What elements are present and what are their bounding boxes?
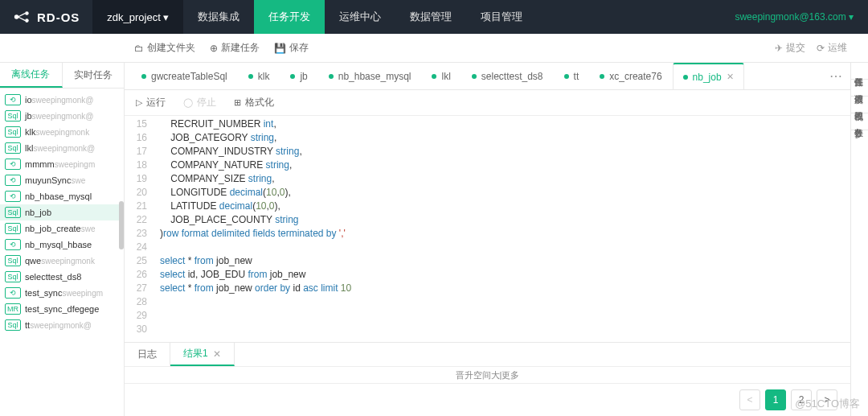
file-tab-label: tt bbox=[574, 71, 579, 82]
tree-item-label: test_sync_dfegege bbox=[25, 304, 99, 314]
page-prev[interactable]: < bbox=[739, 389, 760, 410]
code-editor[interactable]: 15161718192021222324252627282930 RECRUIT… bbox=[125, 116, 850, 342]
file-tab-label: klk bbox=[258, 71, 270, 82]
tree-item[interactable]: Sqlnb_job_createswe bbox=[0, 220, 124, 237]
dirty-dot-icon bbox=[683, 75, 688, 80]
format-button[interactable]: ⊞格式化 bbox=[234, 96, 274, 109]
refresh-icon: ⟳ bbox=[817, 43, 825, 54]
right-panel-tab[interactable]: 调度依赖 bbox=[851, 80, 868, 97]
file-tab[interactable]: selecttest_ds8 bbox=[461, 63, 554, 89]
new-folder-button[interactable]: 🗀创建文件夹 bbox=[134, 41, 195, 55]
tree-item[interactable]: Sqljbsweepingmonk@ bbox=[0, 108, 124, 124]
tree-item[interactable]: Sqlttsweepingmonk@ bbox=[0, 317, 124, 333]
tree-item-owner: sweepingm bbox=[55, 160, 96, 169]
file-tab-label: gwcreateTableSql bbox=[151, 71, 227, 82]
right-panel-tab[interactable]: 任务属性 bbox=[851, 63, 868, 80]
sidebar: 离线任务 实时任务 ⟲iosweepingmonk@Sqljbsweepingm… bbox=[0, 63, 125, 416]
ops-button[interactable]: ⟳运维 bbox=[817, 41, 847, 55]
right-panel-tab[interactable]: 依赖视图 bbox=[851, 97, 868, 113]
tree-item[interactable]: MRtest_sync_dfegege bbox=[0, 301, 124, 317]
tree-item-label: nb_mysql_hbase bbox=[25, 240, 92, 249]
nav-project-mgmt[interactable]: 项目管理 bbox=[466, 0, 537, 34]
tree-item[interactable]: ⟲iosweepingmonk@ bbox=[0, 92, 124, 108]
log-tab[interactable]: 日志 bbox=[125, 343, 170, 366]
tree-item[interactable]: ⟲muyunSyncswe bbox=[0, 172, 124, 188]
submit-button[interactable]: ✈提交 bbox=[775, 41, 805, 55]
tree-item-owner: sweepingmonk@ bbox=[33, 144, 95, 153]
file-tab[interactable]: klk bbox=[238, 63, 280, 89]
type-badge: ⟲ bbox=[5, 239, 21, 250]
sidebar-tab-realtime[interactable]: 实时任务 bbox=[63, 63, 125, 88]
top-bar: RD-OS zdk_project ▾ 数据集成 任务开发 运维中心 数据管理 … bbox=[0, 0, 868, 34]
type-badge: Sql bbox=[5, 319, 21, 331]
tree-item-owner: sweepingmonk@ bbox=[30, 321, 92, 330]
nav-data-integration[interactable]: 数据集成 bbox=[183, 0, 254, 34]
tree-item-owner: sweepingm bbox=[62, 289, 103, 298]
svg-point-1 bbox=[25, 11, 29, 15]
file-tab[interactable]: lkl bbox=[421, 63, 461, 89]
type-badge: Sql bbox=[5, 110, 21, 122]
type-badge: Sql bbox=[5, 223, 21, 234]
tree-item[interactable]: Sqlselecttest_ds8 bbox=[0, 269, 124, 285]
type-badge: ⟲ bbox=[5, 191, 21, 202]
task-tree[interactable]: ⟲iosweepingmonk@Sqljbsweepingmonk@Sqlklk… bbox=[0, 89, 124, 416]
dirty-dot-icon bbox=[600, 74, 604, 79]
file-tab-label: jb bbox=[300, 71, 307, 82]
tree-item[interactable]: ⟲test_syncsweepingm bbox=[0, 285, 124, 301]
new-task-button[interactable]: ⊕新建任务 bbox=[210, 41, 260, 55]
watermark: @51CTO博客 bbox=[795, 397, 860, 411]
tabs-overflow[interactable]: ⋯ bbox=[821, 63, 850, 89]
tree-item[interactable]: ⟲nb_mysql_hbase bbox=[0, 237, 124, 253]
close-icon[interactable]: ✕ bbox=[213, 348, 221, 360]
right-panel-tab[interactable]: 任务参数 bbox=[851, 113, 868, 130]
line-gutter: 15161718192021222324252627282930 bbox=[125, 116, 154, 342]
tree-item[interactable]: Sqlklksweepingmonk bbox=[0, 124, 124, 140]
result-tab[interactable]: 结果1✕ bbox=[170, 343, 235, 366]
tree-item[interactable]: Sqlnb_job bbox=[0, 204, 124, 220]
sidebar-tabs: 离线任务 实时任务 bbox=[0, 63, 124, 89]
nav-data-mgmt[interactable]: 数据管理 bbox=[395, 0, 466, 34]
folder-icon: 🗀 bbox=[134, 43, 144, 54]
run-button[interactable]: ▷运行 bbox=[136, 96, 166, 109]
type-badge: Sql bbox=[5, 207, 21, 218]
file-tab[interactable]: jb bbox=[280, 63, 317, 89]
close-icon[interactable]: ✕ bbox=[727, 72, 734, 82]
editor-toolbar: ▷运行 ◯停止 ⊞格式化 bbox=[125, 90, 850, 116]
nav-task-dev[interactable]: 任务开发 bbox=[254, 0, 325, 34]
tree-item[interactable]: Sqllklsweepingmonk@ bbox=[0, 140, 124, 156]
plus-target-icon: ⊕ bbox=[210, 43, 218, 54]
tree-item-owner: sweepingmonk bbox=[41, 257, 95, 266]
tree-item-label: klk bbox=[25, 127, 35, 137]
code-content[interactable]: RECRUIT_NUMBER int, JOB_CATEGORY string,… bbox=[154, 116, 850, 342]
right-side-panels: 任务属性调度依赖依赖视图任务参数 bbox=[850, 63, 868, 416]
type-badge: Sql bbox=[5, 142, 21, 154]
svg-line-3 bbox=[18, 13, 25, 17]
nav-ops-center[interactable]: 运维中心 bbox=[325, 0, 395, 34]
tree-item[interactable]: ⟲nb_hbase_mysql bbox=[0, 188, 124, 204]
stop-button[interactable]: ◯停止 bbox=[183, 96, 216, 109]
file-tab[interactable]: nb_hbase_mysql bbox=[318, 63, 422, 89]
file-tab[interactable]: nb_job✕ bbox=[673, 63, 744, 89]
file-tab[interactable]: tt bbox=[554, 63, 590, 89]
file-tab[interactable]: xc_create76 bbox=[589, 63, 672, 89]
brand-text: RD-OS bbox=[37, 10, 80, 24]
user-menu[interactable]: sweepingmonk@163.com ▾ bbox=[720, 11, 868, 23]
file-tab-label: xc_create76 bbox=[609, 71, 661, 82]
save-button[interactable]: 💾保存 bbox=[274, 41, 309, 55]
format-icon: ⊞ bbox=[234, 97, 241, 108]
stop-icon: ◯ bbox=[183, 97, 193, 108]
tree-item[interactable]: Sqlqwesweepingmonk bbox=[0, 253, 124, 269]
dirty-dot-icon bbox=[564, 74, 569, 79]
project-selector[interactable]: zdk_project ▾ bbox=[92, 0, 183, 34]
page-1[interactable]: 1 bbox=[765, 389, 786, 410]
logo-icon bbox=[13, 10, 31, 24]
sidebar-tab-offline[interactable]: 离线任务 bbox=[0, 63, 63, 88]
dirty-dot-icon bbox=[290, 74, 295, 79]
file-tab[interactable]: gwcreateTableSql bbox=[131, 63, 238, 89]
dirty-dot-icon bbox=[141, 74, 146, 79]
tree-item-label: muyunSync bbox=[25, 175, 71, 185]
scrollbar-thumb[interactable] bbox=[119, 201, 124, 249]
svg-line-4 bbox=[18, 17, 25, 21]
tree-item[interactable]: ⟲mmmmsweepingm bbox=[0, 156, 124, 172]
dirty-dot-icon bbox=[329, 74, 334, 79]
